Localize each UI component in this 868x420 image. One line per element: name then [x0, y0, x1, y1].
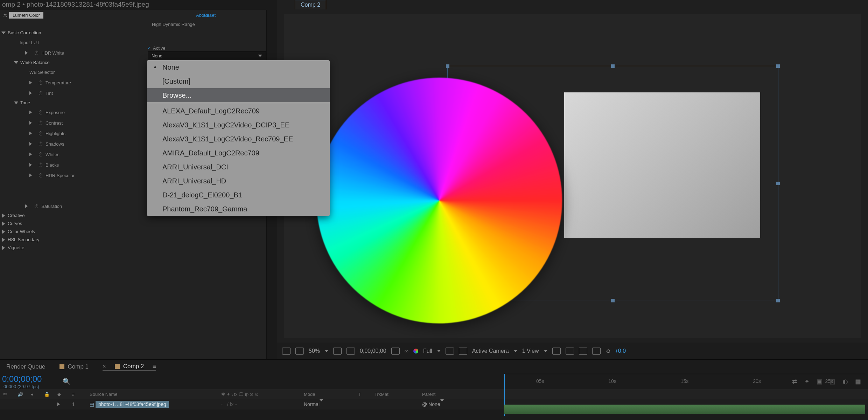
keyframe-icon[interactable]: [29, 111, 32, 114]
lut-option[interactable]: AlexaV3_K1S1_LogC2Video_Rec709_EE: [147, 132, 330, 146]
toggle-alpha-icon[interactable]: [282, 348, 290, 355]
stopwatch-icon[interactable]: ⏱: [38, 110, 43, 115]
stopwatch-icon[interactable]: ⏱: [38, 141, 43, 147]
section-basic-correction[interactable]: Basic Correction: [8, 30, 41, 35]
lut-option[interactable]: [Custom]: [147, 74, 330, 88]
zoom-dropdown[interactable]: 50%: [309, 348, 320, 354]
lut-option[interactable]: ALEXA_Default_LogC2Rec709: [147, 104, 330, 118]
current-timecode[interactable]: 0;00;00;00: [2, 374, 42, 384]
keyframe-icon[interactable]: [29, 163, 32, 167]
timeline-icon[interactable]: [579, 348, 587, 355]
keyframe-icon[interactable]: [29, 153, 32, 156]
keyframe-icon[interactable]: [25, 204, 28, 208]
stopwatch-icon[interactable]: ⏱: [38, 173, 43, 178]
resize-handle[interactable]: [611, 299, 615, 302]
resolution-dropdown[interactable]: Full: [423, 348, 432, 354]
col-solo[interactable]: ●: [28, 392, 41, 397]
section-curves[interactable]: Curves: [8, 221, 22, 226]
keyframe-icon[interactable]: [29, 174, 32, 177]
section-creative[interactable]: Creative: [8, 213, 24, 218]
lut-option[interactable]: Browse...: [147, 88, 330, 102]
current-time[interactable]: 0;00;00;00: [360, 348, 386, 354]
lut-option[interactable]: ARRI_Universal_DCI: [147, 160, 330, 174]
resize-handle[interactable]: [446, 64, 449, 68]
section-hsl-secondary[interactable]: HSL Secondary: [8, 237, 40, 242]
disclosure-icon[interactable]: [1, 31, 6, 34]
section-vignette[interactable]: Vignette: [8, 245, 24, 250]
keyframe-icon[interactable]: [29, 81, 32, 84]
stopwatch-icon[interactable]: ⏱: [38, 152, 43, 158]
lut-option[interactable]: AMIRA_Default_LogC2Rec709: [147, 146, 330, 160]
search-icon[interactable]: 🔍: [63, 378, 70, 385]
parent-pickwhip-icon[interactable]: @: [422, 401, 427, 407]
mask-toggle-icon[interactable]: [346, 348, 355, 355]
col-visibility[interactable]: 👁: [0, 392, 15, 397]
disclosure-icon[interactable]: [2, 238, 5, 242]
time-ruler[interactable]: 05s10s15s20s25s: [504, 374, 865, 388]
layer-name[interactable]: photo-1…81-48f03fa45e9f.jpeg: [96, 401, 169, 408]
keyframe-icon[interactable]: [29, 121, 32, 125]
stopwatch-icon[interactable]: ⏱: [38, 131, 43, 136]
grid-icon[interactable]: [459, 348, 467, 355]
roi-icon[interactable]: [446, 348, 454, 355]
layer-duration-bar[interactable]: [504, 405, 865, 414]
stopwatch-icon[interactable]: ⏱: [38, 80, 43, 86]
views-dropdown[interactable]: 1 View: [522, 348, 539, 354]
effect-name[interactable]: Lumetri Color: [9, 12, 43, 19]
layer-switches[interactable]: ▫ / fx ▫: [218, 401, 301, 407]
stopwatch-icon[interactable]: ⏱: [38, 90, 43, 96]
disclosure-icon[interactable]: [2, 230, 5, 234]
fast-previews-icon[interactable]: [566, 348, 574, 355]
col-label[interactable]: ◆: [55, 392, 69, 397]
blend-mode-dropdown[interactable]: Normal: [304, 401, 320, 407]
about-link[interactable]: About...: [196, 13, 212, 18]
snapshot-icon[interactable]: [391, 348, 400, 355]
lut-option[interactable]: Phantom_Rec709_Gamma: [147, 202, 330, 216]
disclosure-icon[interactable]: [2, 222, 5, 226]
col-audio[interactable]: 🔊: [15, 392, 28, 397]
resize-handle[interactable]: [776, 182, 780, 185]
color-management-icon[interactable]: [413, 349, 418, 354]
section-color-wheels[interactable]: Color Wheels: [8, 229, 35, 234]
disclosure-icon[interactable]: [14, 61, 18, 64]
resize-handle[interactable]: [776, 299, 780, 302]
resize-handle[interactable]: [611, 64, 615, 68]
tab-comp-1[interactable]: Comp 1: [59, 363, 89, 370]
tab-render-queue[interactable]: Render Queue: [6, 363, 46, 370]
disclosure-icon[interactable]: [2, 214, 5, 218]
lut-option[interactable]: D-21_delogC_EI0200_B1: [147, 188, 330, 202]
toggle-transparency-icon[interactable]: [295, 348, 304, 355]
stopwatch-icon[interactable]: ⏱: [34, 203, 39, 209]
reset-exposure-icon[interactable]: ⟲: [606, 348, 610, 355]
input-lut-dropdown[interactable]: None: [148, 51, 266, 60]
lut-option[interactable]: AlexaV3_K1S1_LogC2Video_DCIP3_EE: [147, 118, 330, 132]
resize-handle[interactable]: [776, 64, 780, 68]
exposure-value[interactable]: +0.0: [615, 348, 626, 354]
section-tone[interactable]: Tone: [20, 100, 30, 105]
stopwatch-icon[interactable]: ⏱: [38, 120, 43, 126]
lut-option[interactable]: None: [147, 60, 330, 74]
section-white-balance[interactable]: White Balance: [20, 60, 50, 65]
prop-wb-selector[interactable]: WB Selector: [29, 70, 55, 75]
keyframe-icon[interactable]: [29, 142, 32, 146]
col-lock[interactable]: 🔒: [41, 392, 55, 397]
keyframe-icon[interactable]: [29, 91, 32, 95]
keyframe-icon[interactable]: [29, 132, 32, 135]
disclosure-icon[interactable]: [14, 102, 18, 104]
show-channel-icon[interactable]: ∞: [405, 348, 408, 354]
lut-dropdown-menu[interactable]: None[Custom]Browse...ALEXA_Default_LogC2…: [147, 60, 330, 216]
pixel-aspect-icon[interactable]: [552, 348, 561, 355]
lut-option[interactable]: ARRI_Universal_HD: [147, 174, 330, 188]
flowchart-icon[interactable]: [592, 348, 601, 355]
camera-dropdown[interactable]: Active Camera: [472, 348, 509, 354]
disclosure-icon[interactable]: [2, 246, 5, 250]
parent-dropdown[interactable]: None: [428, 401, 440, 407]
hdr-toggle[interactable]: High Dynamic Range: [152, 22, 195, 27]
viewer-tab[interactable]: Comp 2: [295, 0, 326, 9]
stopwatch-icon[interactable]: ⏱: [38, 162, 43, 168]
check-icon[interactable]: ✓: [147, 46, 151, 51]
tab-comp-2[interactable]: × Comp 2 ≡: [103, 363, 156, 371]
safe-zones-icon[interactable]: [333, 348, 342, 355]
panel-menu-icon[interactable]: ≡: [153, 363, 156, 370]
col-source-name[interactable]: Source Name: [87, 392, 218, 397]
